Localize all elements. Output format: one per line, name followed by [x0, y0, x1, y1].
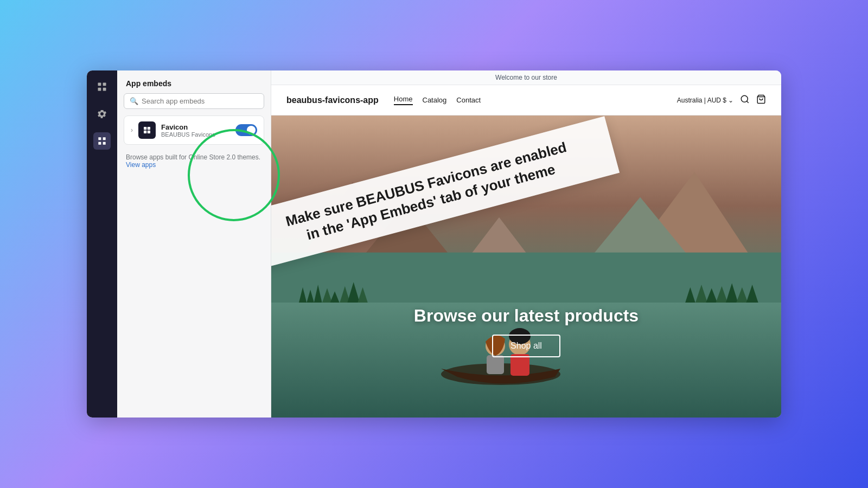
favicon-embed-item[interactable]: › Favicon BEAUBUS Favicons	[124, 115, 264, 145]
favicon-app-icon	[138, 121, 156, 139]
favicon-subtitle: BEAUBUS Favicons	[161, 131, 230, 138]
topbar-text: Welcome to our store	[495, 74, 557, 81]
svg-point-8	[741, 95, 748, 102]
nav-link-contact[interactable]: Contact	[456, 96, 481, 104]
sidebar-icon-apps[interactable]	[93, 132, 111, 150]
admin-sidebar	[87, 70, 117, 418]
app-embeds-panel: App embeds 🔍 › Favicon BEAUBUS	[117, 70, 271, 418]
svg-rect-1	[103, 83, 106, 86]
footer-text: Browse apps built for Online Store 2.0 t…	[126, 153, 260, 161]
panel-title: App embeds	[117, 70, 271, 93]
store-hero: Browse our latest products Shop all Make…	[271, 115, 781, 418]
hero-text-area: Browse our latest products Shop all	[271, 306, 781, 357]
search-button[interactable]	[740, 94, 750, 106]
svg-rect-3	[103, 88, 106, 91]
cart-button[interactable]	[756, 94, 766, 106]
chevron-down-icon: ⌄	[728, 97, 733, 104]
favicon-title: Favicon	[161, 123, 230, 131]
search-box[interactable]: 🔍	[124, 93, 264, 109]
nav-link-home[interactable]: Home	[394, 95, 413, 105]
svg-rect-33	[510, 354, 529, 376]
svg-rect-36	[487, 355, 504, 374]
search-icon: 🔍	[130, 97, 138, 105]
currency-selector[interactable]: Australia | AUD $ ⌄	[677, 97, 733, 104]
store-nav-links: Home Catalog Contact	[394, 95, 677, 105]
store-topbar: Welcome to our store	[271, 70, 781, 85]
store-nav-right: Australia | AUD $ ⌄	[677, 94, 766, 106]
svg-rect-0	[98, 83, 101, 86]
store-nav: beaubus-favicons-app Home Catalog Contac…	[271, 85, 781, 115]
shop-all-button[interactable]: Shop all	[492, 335, 560, 357]
search-input[interactable]	[142, 97, 258, 105]
hero-title: Browse our latest products	[271, 306, 781, 326]
favicon-info: Favicon BEAUBUS Favicons	[161, 123, 230, 138]
store-preview: Welcome to our store beaubus-favicons-ap…	[271, 70, 781, 418]
chevron-icon: ›	[131, 126, 133, 134]
svg-rect-7	[148, 131, 150, 133]
store-logo: beaubus-favicons-app	[286, 95, 379, 105]
svg-rect-6	[144, 131, 146, 133]
panel-footer: Browse apps built for Online Store 2.0 t…	[117, 145, 271, 177]
hero-background: Browse our latest products Shop all	[271, 115, 781, 418]
sidebar-icon-grid[interactable]	[93, 78, 111, 95]
view-apps-link[interactable]: View apps	[126, 161, 156, 169]
sidebar-icon-settings[interactable]	[93, 105, 111, 123]
svg-rect-5	[148, 127, 150, 130]
nav-link-catalog[interactable]: Catalog	[423, 96, 447, 104]
svg-rect-2	[98, 88, 101, 91]
favicon-toggle[interactable]	[235, 124, 257, 136]
svg-rect-4	[144, 127, 146, 130]
